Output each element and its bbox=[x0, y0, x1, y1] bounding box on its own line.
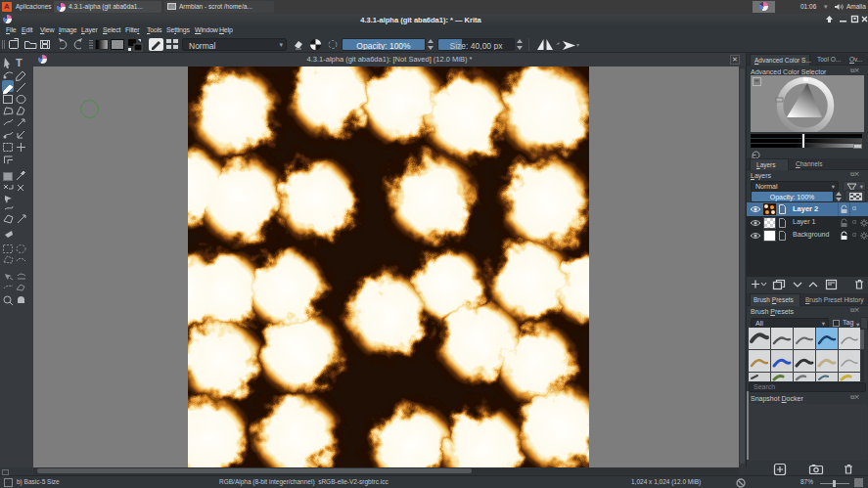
svg-text:T: T bbox=[16, 57, 23, 68]
